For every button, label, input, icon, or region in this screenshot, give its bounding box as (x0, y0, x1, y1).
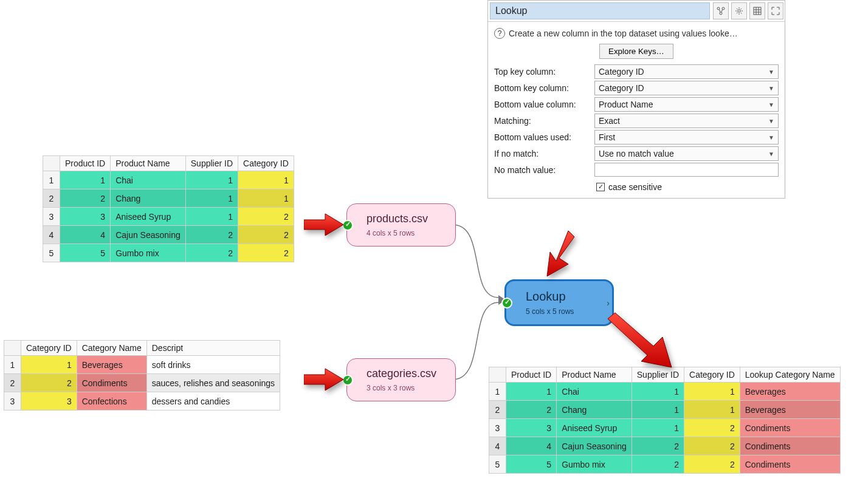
svg-point-4 (738, 10, 740, 12)
svg-point-2 (722, 7, 724, 10)
table-row: 1 1 Beverages soft drinks (4, 356, 280, 374)
table-row: 5 5 Gumbo mix 2 2 Condiments (489, 455, 841, 474)
col-header: Category ID (21, 341, 77, 356)
input-nomatch-value[interactable] (594, 163, 779, 177)
label-nomatch-value: No match value: (494, 165, 594, 175)
links-icon[interactable] (713, 2, 729, 19)
col-header: Product ID (60, 156, 111, 171)
col-header: Product Name (111, 156, 186, 171)
panel-title: Lookup (490, 2, 710, 19)
chevron-down-icon: ▼ (768, 151, 774, 157)
label-top-key: Top key column: (494, 67, 594, 77)
label-nomatch: If no match: (494, 149, 594, 158)
svg-rect-5 (754, 7, 761, 15)
svg-marker-8 (547, 231, 574, 276)
panel-description: Create a new column in the top dataset u… (509, 29, 738, 38)
label-matching: Matching: (494, 116, 594, 126)
checkbox-box: ✓ (596, 183, 605, 191)
explore-keys-button[interactable]: Explore Keys… (599, 44, 673, 59)
arrow-icon (608, 313, 675, 370)
select-bottom-value[interactable]: Product Name▼ (594, 97, 779, 112)
table-row: 4 4 Cajun Seasoning 2 2 (43, 226, 294, 244)
chevron-down-icon: ▼ (768, 134, 774, 141)
chevron-down-icon: ▼ (768, 101, 774, 108)
label-bottom-used: Bottom values used: (494, 132, 594, 142)
check-icon (501, 298, 512, 308)
table-row: 5 5 Gumbo mix 2 2 (43, 244, 294, 262)
select-bottom-key[interactable]: Category ID▼ (594, 81, 779, 95)
col-header: Product ID (506, 367, 557, 383)
label-bottom-key: Bottom key column: (494, 83, 594, 93)
table-row: 1 1 Chai 1 1 Beverages (489, 383, 841, 401)
chevron-down-icon: ▼ (768, 69, 774, 75)
categories-table: Category ID Category Name Descript 1 1 B… (4, 340, 280, 410)
checkbox-case-sensitive[interactable]: ✓ case sensitive (596, 182, 662, 192)
lookup-panel: Lookup ? Create a new column in the top … (487, 0, 785, 199)
table-row: 2 2 Chang 1 1 Beverages (489, 401, 841, 419)
checkbox-label: case sensitive (608, 182, 662, 192)
svg-marker-9 (608, 313, 672, 367)
select-top-key[interactable]: Category ID▼ (594, 64, 779, 79)
node-lookup[interactable]: Lookup 5 cols x 5 rows › (504, 279, 614, 326)
label-bottom-value: Bottom value column: (494, 100, 594, 109)
chevron-down-icon: ▼ (768, 85, 774, 92)
table-row: 1 1 Chai 1 1 (43, 171, 294, 189)
table-row: 3 3 Confections dessers and candies (4, 392, 280, 410)
svg-point-1 (717, 7, 720, 10)
result-table: Product ID Product Name Supplier ID Cate… (489, 367, 841, 474)
svg-marker-7 (304, 369, 343, 390)
col-header: Category Name (77, 341, 146, 356)
arrow-icon (304, 213, 346, 237)
table-row: 3 3 Aniseed Syrup 1 2 (43, 208, 294, 226)
col-header: Descript (146, 341, 280, 356)
table-row: 4 4 Cajun Seasoning 2 2 Condiments (489, 437, 841, 455)
select-matching[interactable]: Exact▼ (594, 114, 779, 128)
gear-icon[interactable] (731, 2, 747, 19)
table-row: 3 3 Aniseed Syrup 1 2 Condiments (489, 419, 841, 437)
arrow-icon (304, 367, 346, 392)
output-port-icon: › (607, 298, 610, 308)
col-header: Category ID (238, 156, 294, 171)
arrow-icon (541, 231, 577, 279)
help-icon[interactable]: ? (494, 28, 505, 39)
select-bottom-used[interactable]: First▼ (594, 130, 779, 145)
svg-point-3 (720, 12, 722, 15)
select-nomatch[interactable]: Use no match value▼ (594, 146, 779, 161)
expand-icon[interactable] (768, 2, 783, 19)
node-products[interactable]: products.csv 4 cols x 5 rows (346, 203, 456, 247)
table-row: 2 2 Chang 1 1 (43, 189, 294, 208)
node-categories[interactable]: categories.csv 3 cols x 3 rows (346, 358, 456, 401)
col-header: Category ID (684, 367, 740, 383)
grid-icon[interactable] (749, 2, 765, 19)
col-header: Supplier ID (185, 156, 238, 171)
table-row: 2 2 Condiments sauces, relishes and seas… (4, 374, 280, 392)
products-table: Product ID Product Name Supplier ID Cate… (43, 155, 294, 262)
col-header: Lookup Category Name (740, 367, 840, 383)
svg-marker-6 (304, 214, 343, 236)
chevron-down-icon: ▼ (768, 118, 774, 124)
